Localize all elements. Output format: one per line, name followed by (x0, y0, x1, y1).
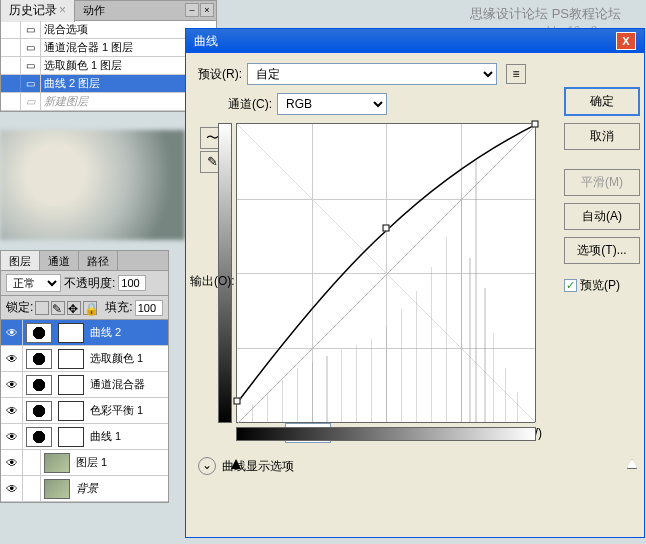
layer-name: 通道混合器 (87, 377, 145, 392)
eye-icon[interactable]: 👁 (1, 346, 23, 371)
lock-move-icon[interactable]: ✥ (67, 301, 81, 315)
mask-thumb (58, 375, 84, 395)
mask-thumb (58, 427, 84, 447)
history-tabs: 历史记录× 动作 – × (1, 1, 216, 21)
output-label: 输出(O): (190, 273, 235, 290)
checkbox-checked-icon: ✓ (564, 279, 577, 292)
history-item-label: 曲线 2 图层 (41, 76, 100, 91)
layer-name: 曲线 2 (87, 325, 121, 340)
lock-label: 锁定: (6, 299, 33, 316)
layer-row[interactable]: 👁图层 1 (1, 450, 168, 476)
lock-all-icon[interactable]: 🔒 (83, 301, 97, 315)
history-row[interactable]: ▭通道混合器 1 图层 (1, 39, 216, 57)
eye-icon[interactable]: 👁 (1, 398, 23, 423)
adjustment-thumb (26, 375, 52, 395)
image-thumb (44, 479, 70, 499)
layer-row[interactable]: 👁色彩平衡 1 (1, 398, 168, 424)
mask-thumb (58, 401, 84, 421)
ok-button[interactable]: 确定 (564, 87, 640, 116)
curve-grid[interactable] (236, 123, 536, 423)
fill-input[interactable] (135, 300, 163, 316)
layer-name: 曲线 1 (87, 429, 121, 444)
layer-icon: ▭ (21, 75, 41, 92)
input-gradient (236, 427, 536, 441)
histogram (237, 124, 535, 422)
eye-icon[interactable]: 👁 (1, 372, 23, 397)
cancel-button[interactable]: 取消 (564, 123, 640, 150)
eye-icon[interactable]: 👁 (1, 450, 23, 475)
blend-mode-select[interactable]: 正常 (6, 274, 61, 292)
dialog-buttons: 确定 取消 平滑(M) 自动(A) 选项(T)... ✓ 预览(P) (564, 87, 640, 294)
lock-paint-icon[interactable]: ✎ (51, 301, 65, 315)
panel-close-icon[interactable]: × (200, 3, 214, 17)
history-item-label: 选取颜色 1 图层 (41, 58, 122, 73)
eye-icon[interactable]: 👁 (1, 424, 23, 449)
curve-control-point[interactable] (532, 121, 539, 128)
options-button[interactable]: 选项(T)... (564, 237, 640, 264)
history-item-label: 混合选项 (41, 22, 88, 37)
tab-actions[interactable]: 动作 (75, 0, 113, 21)
layer-row[interactable]: 👁曲线 1 (1, 424, 168, 450)
layer-row[interactable]: 👁选取颜色 1 (1, 346, 168, 372)
mask-thumb (58, 323, 84, 343)
history-item-label: 新建图层 (41, 94, 88, 109)
adjustment-thumb (26, 427, 52, 447)
curve-control-point[interactable] (234, 398, 241, 405)
dialog-title: 曲线 (194, 33, 218, 50)
close-button[interactable]: X (616, 32, 636, 50)
preview-label: 预览(P) (580, 277, 620, 294)
history-row[interactable]: ▭混合选项 (1, 21, 216, 39)
layers-tabs: 图层 通道 路径 (1, 251, 168, 271)
layer-row[interactable]: 👁背景 (1, 476, 168, 502)
layer-name: 色彩平衡 1 (87, 403, 143, 418)
brush-icon: ▭ (21, 21, 41, 38)
layer-row[interactable]: 👁通道混合器 (1, 372, 168, 398)
layer-name: 选取颜色 1 (87, 351, 143, 366)
layers-options-row: 正常 不透明度: (1, 271, 168, 296)
smooth-button: 平滑(M) (564, 169, 640, 196)
history-list: ▭混合选项 ▭通道混合器 1 图层 ▭选取颜色 1 图层 ▭曲线 2 图层 ▭新… (1, 21, 216, 111)
tab-history-label: 历史记录 (9, 3, 57, 17)
curves-dialog: 曲线 X 预设(R): 自定 ≡ 通道(C): RGB 〜 ✎ (185, 28, 645, 538)
expand-toggle[interactable]: ⌄ (198, 457, 216, 475)
preset-menu-icon[interactable]: ≡ (506, 64, 526, 84)
history-row[interactable]: ▭新建图层 (1, 93, 216, 111)
tab-paths[interactable]: 路径 (79, 251, 118, 270)
canvas-preview (0, 130, 185, 240)
preview-checkbox[interactable]: ✓ 预览(P) (564, 277, 640, 294)
history-item-label: 通道混合器 1 图层 (41, 40, 133, 55)
tab-layers[interactable]: 图层 (1, 251, 40, 270)
close-icon[interactable]: × (59, 3, 66, 17)
channel-label: 通道(C): (228, 96, 272, 113)
history-row[interactable]: ▭选取颜色 1 图层 (1, 57, 216, 75)
tab-channels[interactable]: 通道 (40, 251, 79, 270)
image-thumb (44, 453, 70, 473)
history-row-selected[interactable]: ▭曲线 2 图层 (1, 75, 216, 93)
auto-button[interactable]: 自动(A) (564, 203, 640, 230)
curve-control-point[interactable] (383, 225, 390, 232)
tab-history[interactable]: 历史记录× (1, 0, 75, 22)
layer-name: 背景 (73, 481, 98, 496)
opacity-label: 不透明度: (64, 275, 115, 292)
layer-icon: ▭ (21, 39, 41, 56)
layers-list: 👁曲线 2 👁选取颜色 1 👁通道混合器 👁色彩平衡 1 👁曲线 1 👁图层 1… (1, 320, 168, 502)
preset-select[interactable]: 自定 (247, 63, 497, 85)
lock-transparency-icon[interactable] (35, 301, 49, 315)
panel-controls: – × (185, 3, 214, 17)
adjustment-thumb (26, 323, 52, 343)
layers-panel: 图层 通道 路径 正常 不透明度: 锁定: ✎ ✥ 🔒 填充: 👁曲线 2 👁选… (0, 250, 169, 503)
fill-label: 填充: (105, 299, 132, 316)
adjustment-thumb (26, 349, 52, 369)
channel-select[interactable]: RGB (277, 93, 387, 115)
eye-icon[interactable]: 👁 (1, 476, 23, 501)
layer-row-selected[interactable]: 👁曲线 2 (1, 320, 168, 346)
dialog-titlebar[interactable]: 曲线 X (186, 29, 644, 53)
layer-icon: ▭ (21, 93, 41, 110)
layer-icon: ▭ (21, 57, 41, 74)
minimize-icon[interactable]: – (185, 3, 199, 17)
preset-label: 预设(R): (198, 66, 242, 83)
adjustment-thumb (26, 401, 52, 421)
opacity-input[interactable] (118, 275, 146, 291)
layer-name: 图层 1 (73, 455, 107, 470)
eye-icon[interactable]: 👁 (1, 320, 23, 345)
